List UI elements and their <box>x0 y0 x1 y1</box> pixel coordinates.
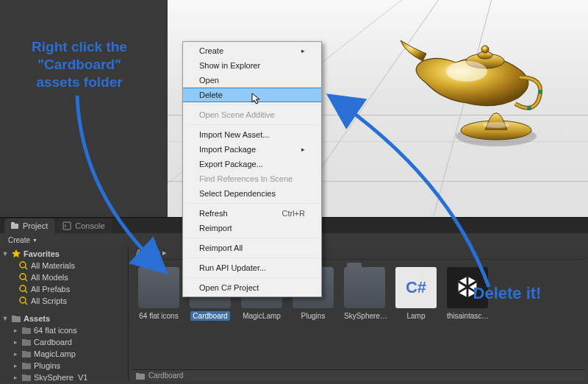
svg-line-13 <box>25 267 27 269</box>
menu-select-dependencies[interactable]: Select Dependencies <box>183 186 321 201</box>
asset-label: 64 flat icons <box>137 311 180 321</box>
svg-point-5 <box>538 90 542 94</box>
folder-icon <box>11 313 21 324</box>
menu-show-in-explorer[interactable]: Show in Explorer <box>183 58 321 73</box>
sidebar-item-label: All Scripts <box>31 296 67 305</box>
search-icon <box>18 260 29 271</box>
tab-console[interactable]: Console <box>57 218 112 233</box>
menu-run-api-updater[interactable]: Run API Updater... <box>183 260 321 275</box>
expand-caret-icon[interactable]: ▼ <box>1 315 9 322</box>
sidebar-folder[interactable]: ▸SkySphere_V1 <box>0 371 128 381</box>
folder-icon <box>344 267 385 308</box>
asset-label: Lamp <box>404 311 427 321</box>
folder-icon <box>138 267 179 308</box>
expand-caret-icon[interactable]: ▸ <box>12 362 19 369</box>
asset-label: MagicLamp <box>240 311 283 321</box>
sidebar-item-label: All Models <box>31 273 68 282</box>
menu-open-scene-additive: Open Scene Additive <box>183 107 321 122</box>
search-icon <box>18 284 29 294</box>
expand-caret-icon[interactable]: ▸ <box>12 338 19 346</box>
sidebar-folder[interactable]: ▸64 flat icons <box>0 324 128 336</box>
asset-label: thisaintasc… <box>445 311 490 321</box>
menu-separator <box>184 277 320 278</box>
breadcrumb[interactable]: Cardboard <box>132 369 585 381</box>
tab-label: Project <box>23 221 48 230</box>
menu-export-package[interactable]: Export Package... <box>183 157 321 171</box>
svg-line-17 <box>25 291 27 293</box>
svg-line-19 <box>25 302 27 305</box>
folder-icon <box>21 360 32 371</box>
menu-separator <box>184 203 320 204</box>
menu-delete[interactable]: Delete <box>183 88 321 102</box>
sidebar-filter-prefabs[interactable]: All Prefabs <box>0 283 128 295</box>
svg-point-6 <box>527 106 531 110</box>
annotation-right: Delete it! <box>456 283 559 304</box>
sidebar-folder[interactable]: ▸MagicLamp <box>0 348 128 360</box>
asset-item-folder[interactable]: 64 flat icons <box>136 267 182 321</box>
tab-project[interactable]: Project <box>4 218 55 233</box>
svg-point-14 <box>20 274 26 280</box>
folder-icon <box>21 372 32 381</box>
sidebar-favorites-heading[interactable]: ▼ Favorites <box>0 248 128 260</box>
console-icon <box>62 221 71 230</box>
sidebar-item-label: SkySphere_V1 <box>34 373 87 381</box>
svg-point-18 <box>20 297 26 303</box>
menu-separator <box>184 238 320 238</box>
menu-create[interactable]: Create <box>183 43 321 58</box>
folder-icon <box>21 349 32 359</box>
tab-label: Console <box>75 221 104 230</box>
svg-line-15 <box>25 279 27 281</box>
shortcut-label: Ctrl+R <box>282 209 305 218</box>
assets-header-label: Assets ▸ <box>136 248 167 257</box>
svg-point-8 <box>483 122 509 128</box>
annotation-left: Right click the "Cardboard" assets folde… <box>13 38 146 90</box>
menu-refresh[interactable]: RefreshCtrl+R <box>183 206 321 221</box>
breadcrumb-label: Cardboard <box>148 371 183 380</box>
svg-point-16 <box>20 285 26 291</box>
menu-open[interactable]: Open <box>183 73 321 88</box>
menu-reimport[interactable]: Reimport <box>183 221 321 235</box>
menu-separator <box>184 124 320 125</box>
sidebar-heading-label: Favorites <box>24 249 60 258</box>
sidebar-item-label: All Materials <box>31 261 75 270</box>
magic-lamp-model <box>386 26 548 151</box>
asset-label: Plugins <box>299 311 328 321</box>
menu-open-csharp-project[interactable]: Open C# Project <box>183 280 321 295</box>
create-button[interactable]: Create ▼ <box>4 235 41 245</box>
menu-separator <box>184 104 320 105</box>
menu-separator <box>184 257 320 258</box>
sidebar-item-label: Cardboard <box>34 338 72 346</box>
search-icon <box>18 296 29 306</box>
sidebar-assets-heading[interactable]: ▼ Assets <box>0 313 128 324</box>
csharp-file-icon: C# <box>395 267 437 308</box>
asset-item-csharp[interactable]: C#Lamp <box>393 267 439 321</box>
sidebar-filter-materials[interactable]: All Materials <box>0 260 128 271</box>
sidebar-folder[interactable]: ▸Plugins <box>0 360 128 371</box>
asset-item-folder[interactable]: SkySphere… <box>342 267 387 321</box>
expand-caret-icon[interactable]: ▸ <box>12 374 19 381</box>
asset-label: Cardboard <box>190 311 229 321</box>
folder-icon <box>21 325 32 335</box>
sidebar-filter-models[interactable]: All Models <box>0 271 128 283</box>
svg-point-7 <box>446 61 487 82</box>
expand-caret-icon[interactable]: ▸ <box>12 350 19 358</box>
project-icon <box>10 221 19 230</box>
menu-import-new-asset[interactable]: Import New Asset... <box>183 127 321 142</box>
svg-rect-9 <box>11 224 18 229</box>
annotation-text: Delete it! <box>473 284 542 302</box>
sidebar-item-label: 64 flat icons <box>34 326 77 335</box>
sidebar-heading-label: Assets <box>24 314 50 323</box>
sidebar-item-label: Plugins <box>34 361 60 370</box>
create-label: Create <box>8 236 30 244</box>
sidebar-filter-scripts[interactable]: All Scripts <box>0 295 128 307</box>
sidebar-folder[interactable]: ▸Cardboard <box>0 336 128 348</box>
search-icon <box>18 272 29 282</box>
expand-caret-icon[interactable]: ▸ <box>12 327 19 334</box>
svg-rect-11 <box>63 222 71 230</box>
project-sidebar[interactable]: ▼ Favorites All Materials All Models All… <box>0 246 129 381</box>
asset-label: SkySphere… <box>342 311 387 321</box>
svg-point-4 <box>481 46 489 53</box>
expand-caret-icon[interactable]: ▼ <box>1 250 9 257</box>
menu-import-package[interactable]: Import Package <box>183 142 321 157</box>
menu-reimport-all[interactable]: Reimport All <box>183 241 321 255</box>
